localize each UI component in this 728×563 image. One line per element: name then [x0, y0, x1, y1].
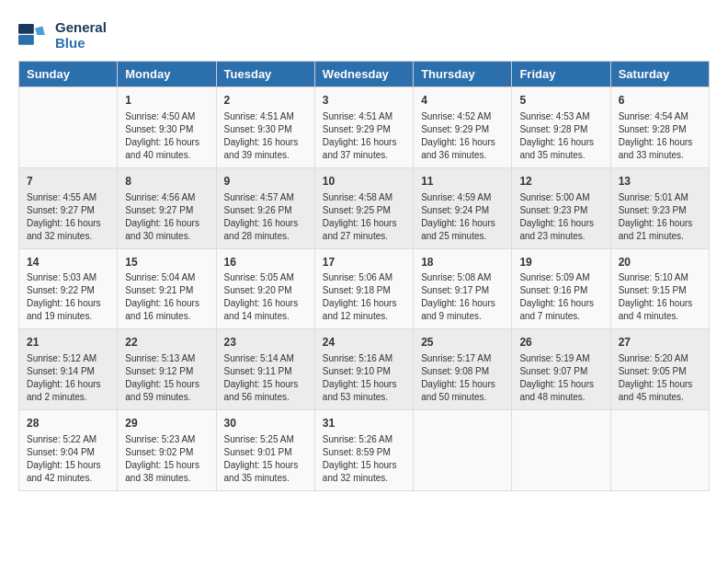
day-info: Sunrise: 5:05 AM Sunset: 9:20 PM Dayligh…	[224, 271, 307, 323]
day-number: 28	[27, 416, 109, 431]
day-info: Sunrise: 4:50 AM Sunset: 9:30 PM Dayligh…	[125, 110, 208, 162]
day-info: Sunrise: 5:20 AM Sunset: 9:05 PM Dayligh…	[619, 352, 701, 404]
day-info: Sunrise: 5:25 AM Sunset: 9:01 PM Dayligh…	[224, 433, 307, 485]
day-info: Sunrise: 4:57 AM Sunset: 9:26 PM Dayligh…	[224, 191, 307, 243]
day-info: Sunrise: 5:12 AM Sunset: 9:14 PM Dayligh…	[27, 352, 109, 404]
calendar-week-row: 7Sunrise: 4:55 AM Sunset: 9:27 PM Daylig…	[19, 167, 710, 248]
calendar-cell: 4Sunrise: 4:52 AM Sunset: 9:29 PM Daylig…	[414, 87, 512, 168]
calendar-cell: 23Sunrise: 5:14 AM Sunset: 9:11 PM Dayli…	[216, 329, 314, 410]
day-info: Sunrise: 4:55 AM Sunset: 9:27 PM Dayligh…	[27, 191, 109, 243]
calendar-week-row: 28Sunrise: 5:22 AM Sunset: 9:04 PM Dayli…	[19, 410, 710, 491]
calendar-cell: 10Sunrise: 4:58 AM Sunset: 9:25 PM Dayli…	[314, 167, 413, 248]
day-info: Sunrise: 5:14 AM Sunset: 9:11 PM Dayligh…	[224, 352, 307, 404]
day-info: Sunrise: 4:51 AM Sunset: 9:29 PM Dayligh…	[323, 110, 405, 162]
day-info: Sunrise: 4:53 AM Sunset: 9:28 PM Dayligh…	[519, 110, 602, 162]
day-info: Sunrise: 5:23 AM Sunset: 9:02 PM Dayligh…	[125, 433, 208, 485]
day-info: Sunrise: 5:16 AM Sunset: 9:10 PM Dayligh…	[323, 352, 405, 404]
day-info: Sunrise: 4:58 AM Sunset: 9:25 PM Dayligh…	[323, 191, 405, 243]
day-info: Sunrise: 5:08 AM Sunset: 9:17 PM Dayligh…	[421, 271, 504, 323]
logo-blue: Blue	[55, 35, 107, 51]
day-number: 29	[125, 416, 208, 431]
calendar-cell: 27Sunrise: 5:20 AM Sunset: 9:05 PM Dayli…	[610, 329, 709, 410]
day-info: Sunrise: 5:06 AM Sunset: 9:18 PM Dayligh…	[323, 271, 405, 323]
day-info: Sunrise: 5:17 AM Sunset: 9:08 PM Dayligh…	[421, 352, 504, 404]
logo-general: General	[55, 19, 107, 35]
day-number: 12	[519, 174, 602, 190]
weekday-header: Monday	[118, 62, 216, 87]
day-info: Sunrise: 5:01 AM Sunset: 9:23 PM Dayligh…	[619, 191, 701, 243]
calendar-cell: 19Sunrise: 5:09 AM Sunset: 9:16 PM Dayli…	[512, 248, 610, 329]
day-info: Sunrise: 5:10 AM Sunset: 9:15 PM Dayligh…	[619, 271, 701, 323]
day-number: 25	[421, 335, 504, 350]
calendar-cell: 12Sunrise: 5:00 AM Sunset: 9:23 PM Dayli…	[512, 167, 610, 248]
day-number: 5	[519, 93, 602, 109]
weekday-header: Saturday	[610, 62, 709, 87]
weekday-header: Tuesday	[216, 62, 314, 87]
calendar-cell: 31Sunrise: 5:26 AM Sunset: 8:59 PM Dayli…	[314, 410, 413, 491]
day-number: 31	[323, 416, 405, 431]
weekday-header: Friday	[512, 62, 610, 87]
calendar-cell: 24Sunrise: 5:16 AM Sunset: 9:10 PM Dayli…	[314, 329, 413, 410]
day-number: 10	[323, 174, 405, 190]
calendar-cell: 1Sunrise: 4:50 AM Sunset: 9:30 PM Daylig…	[118, 87, 216, 168]
day-info: Sunrise: 5:26 AM Sunset: 8:59 PM Dayligh…	[323, 433, 405, 485]
weekday-header: Sunday	[19, 62, 118, 87]
calendar-body: 1Sunrise: 4:50 AM Sunset: 9:30 PM Daylig…	[19, 87, 710, 491]
page-header: General Blue	[18, 18, 710, 52]
day-info: Sunrise: 5:13 AM Sunset: 9:12 PM Dayligh…	[125, 352, 208, 404]
header-row: SundayMondayTuesdayWednesdayThursdayFrid…	[19, 62, 710, 87]
day-number: 16	[224, 255, 307, 270]
day-info: Sunrise: 5:00 AM Sunset: 9:23 PM Dayligh…	[519, 191, 602, 243]
calendar-week-row: 1Sunrise: 4:50 AM Sunset: 9:30 PM Daylig…	[19, 87, 710, 168]
calendar-cell: 25Sunrise: 5:17 AM Sunset: 9:08 PM Dayli…	[414, 329, 512, 410]
weekday-header: Wednesday	[314, 62, 413, 87]
day-info: Sunrise: 5:22 AM Sunset: 9:04 PM Dayligh…	[27, 433, 109, 485]
day-info: Sunrise: 5:04 AM Sunset: 9:21 PM Dayligh…	[125, 271, 208, 323]
calendar-cell: 22Sunrise: 5:13 AM Sunset: 9:12 PM Dayli…	[118, 329, 216, 410]
day-number: 4	[421, 93, 504, 109]
calendar-cell: 29Sunrise: 5:23 AM Sunset: 9:02 PM Dayli…	[118, 410, 216, 491]
day-info: Sunrise: 5:09 AM Sunset: 9:16 PM Dayligh…	[519, 271, 602, 323]
day-number: 11	[421, 174, 504, 190]
calendar-table: SundayMondayTuesdayWednesdayThursdayFrid…	[18, 61, 710, 491]
calendar-cell: 26Sunrise: 5:19 AM Sunset: 9:07 PM Dayli…	[512, 329, 610, 410]
day-info: Sunrise: 4:56 AM Sunset: 9:27 PM Dayligh…	[125, 191, 208, 243]
calendar-cell: 16Sunrise: 5:05 AM Sunset: 9:20 PM Dayli…	[216, 248, 314, 329]
day-number: 18	[421, 255, 504, 270]
day-number: 30	[224, 416, 307, 431]
day-number: 19	[519, 255, 602, 270]
day-info: Sunrise: 5:19 AM Sunset: 9:07 PM Dayligh…	[519, 352, 602, 404]
day-info: Sunrise: 4:52 AM Sunset: 9:29 PM Dayligh…	[421, 110, 504, 162]
day-number: 8	[125, 174, 208, 190]
calendar-cell	[19, 87, 118, 168]
svg-marker-2	[35, 26, 45, 35]
day-number: 20	[619, 255, 701, 270]
svg-rect-0	[18, 24, 34, 34]
calendar-cell: 30Sunrise: 5:25 AM Sunset: 9:01 PM Dayli…	[216, 410, 314, 491]
calendar-cell: 2Sunrise: 4:51 AM Sunset: 9:30 PM Daylig…	[216, 87, 314, 168]
calendar-cell: 21Sunrise: 5:12 AM Sunset: 9:14 PM Dayli…	[19, 329, 118, 410]
logo-svg	[18, 18, 51, 52]
calendar-cell: 28Sunrise: 5:22 AM Sunset: 9:04 PM Dayli…	[19, 410, 118, 491]
weekday-header: Thursday	[414, 62, 512, 87]
day-number: 21	[27, 335, 109, 350]
day-number: 9	[224, 174, 307, 190]
logo: General Blue	[18, 18, 107, 52]
day-info: Sunrise: 4:54 AM Sunset: 9:28 PM Dayligh…	[619, 110, 701, 162]
svg-rect-1	[18, 35, 34, 45]
calendar-cell: 11Sunrise: 4:59 AM Sunset: 9:24 PM Dayli…	[414, 167, 512, 248]
day-info: Sunrise: 4:59 AM Sunset: 9:24 PM Dayligh…	[421, 191, 504, 243]
calendar-cell: 8Sunrise: 4:56 AM Sunset: 9:27 PM Daylig…	[118, 167, 216, 248]
calendar-cell: 9Sunrise: 4:57 AM Sunset: 9:26 PM Daylig…	[216, 167, 314, 248]
calendar-cell: 7Sunrise: 4:55 AM Sunset: 9:27 PM Daylig…	[19, 167, 118, 248]
day-number: 14	[27, 255, 109, 270]
day-info: Sunrise: 5:03 AM Sunset: 9:22 PM Dayligh…	[27, 271, 109, 323]
day-number: 27	[619, 335, 701, 350]
calendar-cell: 5Sunrise: 4:53 AM Sunset: 9:28 PM Daylig…	[512, 87, 610, 168]
calendar-cell: 15Sunrise: 5:04 AM Sunset: 9:21 PM Dayli…	[118, 248, 216, 329]
calendar-cell: 18Sunrise: 5:08 AM Sunset: 9:17 PM Dayli…	[414, 248, 512, 329]
calendar-cell	[610, 410, 709, 491]
calendar-cell: 3Sunrise: 4:51 AM Sunset: 9:29 PM Daylig…	[314, 87, 413, 168]
day-number: 1	[125, 93, 208, 109]
day-number: 15	[125, 255, 208, 270]
